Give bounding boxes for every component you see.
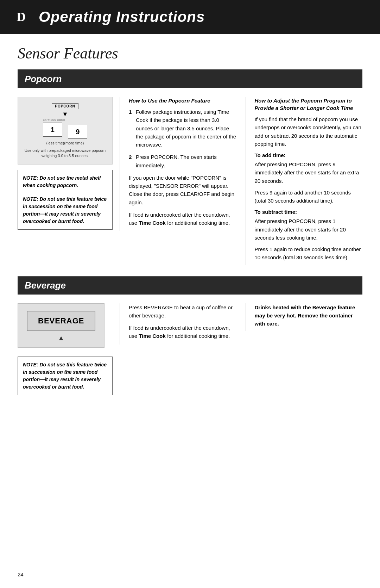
page-number: 24 bbox=[18, 571, 24, 577]
svg-text:D: D bbox=[17, 10, 26, 24]
popcorn-diagram: POPCORN ▼ EXPRESS COOK 1 9 (less time)(m… bbox=[18, 97, 113, 165]
popcorn-diagram-label: POPCORN bbox=[52, 103, 78, 109]
add-time-para2: Press 9 again to add another 10 seconds … bbox=[255, 188, 363, 205]
express-cook-label: EXPRESS COOK bbox=[43, 118, 65, 122]
subtract-time-label: To subtract time: bbox=[255, 209, 363, 215]
subtract-time-para2: Press 1 again to reduce cooking time ano… bbox=[255, 245, 363, 262]
subtract-time-para1: After pressing POPCORN, press 1 immediat… bbox=[255, 217, 363, 242]
step-2-text: Press POPCORN. The oven starts immediate… bbox=[136, 154, 217, 168]
popcorn-steps: 1 Follow package instructions, using Tim… bbox=[129, 108, 237, 169]
popcorn-section: Popcorn POPCORN ▼ EXPRESS COOK 1 bbox=[18, 70, 362, 276]
popcorn-step-1: 1 Follow package instructions, using Tim… bbox=[129, 108, 237, 149]
popcorn-right-intro: If you find that the brand of popcorn yo… bbox=[255, 115, 363, 148]
popcorn-mid-para2-bold: Time Cook bbox=[139, 220, 165, 226]
section-title: Sensor Features bbox=[18, 44, 362, 62]
popcorn-note-line1: NOTE: Do not use the metal shelf when co… bbox=[23, 174, 107, 189]
beverage-diagram: BEVERAGE ▲ bbox=[18, 303, 104, 348]
beverage-button-label: BEVERAGE bbox=[27, 311, 95, 331]
beverage-mid-col: Press BEVERAGE to heat a cup of coffee o… bbox=[120, 303, 246, 345]
popcorn-note-box: NOTE: Do not use the metal shelf when co… bbox=[18, 170, 113, 230]
popcorn-step-2: 2 Press POPCORN. The oven starts immedia… bbox=[129, 153, 237, 169]
beverage-right-col: Drinks heated with the Beverage feature … bbox=[246, 303, 363, 332]
popcorn-diagram-buttons: EXPRESS COOK 1 9 bbox=[23, 118, 107, 139]
beverage-right-text: Drinks heated with the Beverage feature … bbox=[255, 303, 363, 328]
step-num-1: 1 bbox=[129, 108, 132, 116]
popcorn-time-desc: (less time)(more time) bbox=[23, 141, 107, 145]
beverage-section: Beverage BEVERAGE ▲ NOTE: Do not use thi… bbox=[18, 277, 362, 406]
add-time-label: To add time: bbox=[255, 152, 363, 158]
popcorn-title: Popcorn bbox=[25, 74, 62, 84]
beverage-mid-para2-suffix: for additional cooking time. bbox=[166, 333, 230, 339]
popcorn-right-col: How to Adjust the Popcorn Program to Pro… bbox=[246, 97, 363, 265]
popcorn-btn-1: 1 bbox=[43, 123, 62, 137]
popcorn-note-line2: NOTE: Do not use this feature twice in s… bbox=[23, 196, 107, 225]
beverage-mid-para2: If food is undercooked after the countdo… bbox=[129, 324, 237, 340]
beverage-title: Beverage bbox=[25, 280, 66, 291]
popcorn-mid-col: How to Use the Popcorn Feature 1 Follow … bbox=[120, 97, 246, 231]
popcorn-mid-heading: How to Use the Popcorn Feature bbox=[129, 97, 237, 104]
add-time-para1: After pressing POPCORN, press 9 immediat… bbox=[255, 160, 363, 185]
popcorn-mid-para2: If food is undercooked after the countdo… bbox=[129, 211, 237, 227]
popcorn-diagram-note: Use only with prepackaged microwave popc… bbox=[23, 148, 107, 159]
page-header-title: Operating Instructions bbox=[39, 8, 205, 25]
popcorn-header: Popcorn bbox=[18, 70, 362, 88]
popcorn-diagram-arrow: ▼ bbox=[23, 111, 107, 117]
header: D Operating Instructions bbox=[0, 0, 380, 34]
beverage-note-box: NOTE: Do not use this feature twice in s… bbox=[18, 357, 113, 395]
popcorn-mid-para1: If you open the door while "POPCORN" is … bbox=[129, 174, 237, 206]
beverage-body: BEVERAGE ▲ NOTE: Do not use this feature… bbox=[18, 300, 362, 406]
popcorn-mid-para2-suffix: for additional cooking time. bbox=[166, 220, 230, 226]
beverage-mid-para2-bold: Time Cook bbox=[139, 333, 165, 339]
popcorn-left-col: POPCORN ▼ EXPRESS COOK 1 9 (less time)(m… bbox=[18, 97, 120, 230]
beverage-arrow: ▲ bbox=[27, 334, 95, 342]
brand-icon: D bbox=[11, 6, 32, 27]
popcorn-right-heading: How to Adjust the Popcorn Program to Pro… bbox=[255, 97, 363, 112]
beverage-note-text: NOTE: Do not use this feature twice in s… bbox=[23, 361, 107, 391]
step-1-text: Follow package instructions, using Time … bbox=[136, 109, 236, 148]
beverage-left-col: BEVERAGE ▲ NOTE: Do not use this feature… bbox=[18, 303, 120, 395]
step-num-2: 2 bbox=[129, 153, 132, 161]
beverage-mid-para1: Press BEVERAGE to heat a cup of coffee o… bbox=[129, 303, 237, 320]
popcorn-btn-9: 9 bbox=[68, 125, 87, 139]
beverage-header: Beverage bbox=[18, 277, 362, 295]
popcorn-body: POPCORN ▼ EXPRESS COOK 1 9 (less time)(m… bbox=[18, 93, 362, 276]
